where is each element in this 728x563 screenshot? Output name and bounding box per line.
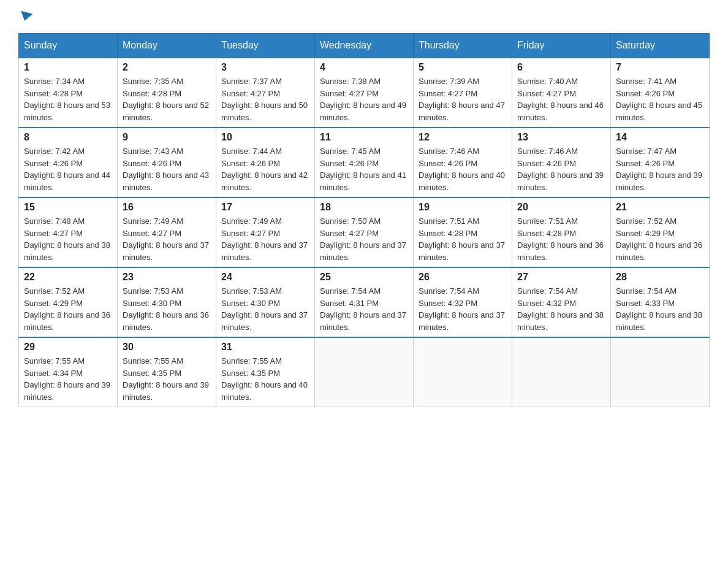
calendar-cell: 9 Sunrise: 7:43 AM Sunset: 4:26 PM Dayli… [118, 128, 216, 197]
col-friday: Friday [512, 34, 611, 58]
week-row-5: 29 Sunrise: 7:55 AM Sunset: 4:34 PM Dayl… [19, 337, 710, 407]
day-info: Sunrise: 7:39 AM Sunset: 4:27 PM Dayligh… [419, 75, 507, 123]
col-sunday: Sunday [19, 34, 118, 58]
calendar-cell: 4 Sunrise: 7:38 AM Sunset: 4:27 PM Dayli… [315, 58, 414, 128]
calendar-cell: 16 Sunrise: 7:49 AM Sunset: 4:27 PM Dayl… [118, 197, 216, 267]
day-info: Sunrise: 7:48 AM Sunset: 4:27 PM Dayligh… [24, 215, 112, 263]
day-info: Sunrise: 7:55 AM Sunset: 4:34 PM Dayligh… [24, 355, 112, 403]
day-info: Sunrise: 7:35 AM Sunset: 4:28 PM Dayligh… [123, 75, 211, 123]
day-info: Sunrise: 7:38 AM Sunset: 4:27 PM Dayligh… [320, 75, 408, 123]
calendar-cell: 11 Sunrise: 7:45 AM Sunset: 4:26 PM Dayl… [315, 128, 414, 197]
col-wednesday: Wednesday [315, 34, 414, 58]
day-number: 17 [221, 202, 309, 213]
calendar-cell: 29 Sunrise: 7:55 AM Sunset: 4:34 PM Dayl… [19, 337, 118, 407]
day-number: 30 [123, 342, 211, 353]
logo-triangle-icon [19, 11, 33, 23]
calendar-cell: 15 Sunrise: 7:48 AM Sunset: 4:27 PM Dayl… [19, 197, 118, 267]
col-monday: Monday [118, 34, 216, 58]
calendar-cell: 21 Sunrise: 7:52 AM Sunset: 4:29 PM Dayl… [611, 197, 710, 267]
day-info: Sunrise: 7:51 AM Sunset: 4:28 PM Dayligh… [419, 215, 507, 263]
day-info: Sunrise: 7:53 AM Sunset: 4:30 PM Dayligh… [123, 285, 211, 333]
calendar-cell: 3 Sunrise: 7:37 AM Sunset: 4:27 PM Dayli… [216, 58, 315, 128]
calendar-cell: 23 Sunrise: 7:53 AM Sunset: 4:30 PM Dayl… [118, 267, 216, 337]
calendar-cell [512, 337, 611, 407]
day-info: Sunrise: 7:54 AM Sunset: 4:32 PM Dayligh… [517, 285, 605, 333]
page-header [18, 12, 710, 21]
day-number: 19 [419, 202, 507, 213]
day-info: Sunrise: 7:53 AM Sunset: 4:30 PM Dayligh… [221, 285, 309, 333]
day-info: Sunrise: 7:52 AM Sunset: 4:29 PM Dayligh… [616, 215, 704, 263]
calendar-cell: 31 Sunrise: 7:55 AM Sunset: 4:35 PM Dayl… [216, 337, 315, 407]
calendar-cell: 18 Sunrise: 7:50 AM Sunset: 4:27 PM Dayl… [315, 197, 414, 267]
day-number: 1 [24, 62, 112, 73]
day-number: 26 [419, 272, 507, 283]
calendar-cell [611, 337, 710, 407]
day-number: 16 [123, 202, 211, 213]
day-info: Sunrise: 7:46 AM Sunset: 4:26 PM Dayligh… [419, 145, 507, 193]
week-row-3: 15 Sunrise: 7:48 AM Sunset: 4:27 PM Dayl… [19, 197, 710, 267]
week-row-4: 22 Sunrise: 7:52 AM Sunset: 4:29 PM Dayl… [19, 267, 710, 337]
day-number: 5 [419, 62, 507, 73]
col-tuesday: Tuesday [216, 34, 315, 58]
day-number: 20 [517, 202, 605, 213]
day-info: Sunrise: 7:55 AM Sunset: 4:35 PM Dayligh… [221, 355, 309, 403]
calendar-cell: 28 Sunrise: 7:54 AM Sunset: 4:33 PM Dayl… [611, 267, 710, 337]
day-info: Sunrise: 7:54 AM Sunset: 4:32 PM Dayligh… [419, 285, 507, 333]
calendar-cell [315, 337, 414, 407]
day-number: 12 [419, 132, 507, 143]
col-thursday: Thursday [414, 34, 512, 58]
day-number: 6 [517, 62, 605, 73]
week-row-2: 8 Sunrise: 7:42 AM Sunset: 4:26 PM Dayli… [19, 128, 710, 197]
calendar-header-row: Sunday Monday Tuesday Wednesday Thursday… [19, 34, 710, 58]
day-number: 4 [320, 62, 408, 73]
calendar-cell: 5 Sunrise: 7:39 AM Sunset: 4:27 PM Dayli… [414, 58, 512, 128]
day-info: Sunrise: 7:52 AM Sunset: 4:29 PM Dayligh… [24, 285, 112, 333]
day-info: Sunrise: 7:54 AM Sunset: 4:31 PM Dayligh… [320, 285, 408, 333]
day-number: 25 [320, 272, 408, 283]
calendar-cell [414, 337, 512, 407]
calendar-cell: 14 Sunrise: 7:47 AM Sunset: 4:26 PM Dayl… [611, 128, 710, 197]
day-number: 3 [221, 62, 309, 73]
day-number: 28 [616, 272, 704, 283]
calendar-cell: 30 Sunrise: 7:55 AM Sunset: 4:35 PM Dayl… [118, 337, 216, 407]
day-number: 9 [123, 132, 211, 143]
col-saturday: Saturday [611, 34, 710, 58]
calendar-cell: 25 Sunrise: 7:54 AM Sunset: 4:31 PM Dayl… [315, 267, 414, 337]
calendar-cell: 17 Sunrise: 7:49 AM Sunset: 4:27 PM Dayl… [216, 197, 315, 267]
day-number: 13 [517, 132, 605, 143]
day-info: Sunrise: 7:37 AM Sunset: 4:27 PM Dayligh… [221, 75, 309, 123]
day-info: Sunrise: 7:45 AM Sunset: 4:26 PM Dayligh… [320, 145, 408, 193]
day-number: 2 [123, 62, 211, 73]
day-number: 10 [221, 132, 309, 143]
day-number: 29 [24, 342, 112, 353]
calendar-cell: 27 Sunrise: 7:54 AM Sunset: 4:32 PM Dayl… [512, 267, 611, 337]
day-number: 31 [221, 342, 309, 353]
day-info: Sunrise: 7:55 AM Sunset: 4:35 PM Dayligh… [123, 355, 211, 403]
day-info: Sunrise: 7:49 AM Sunset: 4:27 PM Dayligh… [221, 215, 309, 263]
calendar-cell: 8 Sunrise: 7:42 AM Sunset: 4:26 PM Dayli… [19, 128, 118, 197]
day-number: 27 [517, 272, 605, 283]
day-number: 22 [24, 272, 112, 283]
calendar-cell: 19 Sunrise: 7:51 AM Sunset: 4:28 PM Dayl… [414, 197, 512, 267]
calendar-cell: 12 Sunrise: 7:46 AM Sunset: 4:26 PM Dayl… [414, 128, 512, 197]
day-info: Sunrise: 7:44 AM Sunset: 4:26 PM Dayligh… [221, 145, 309, 193]
calendar-table: Sunday Monday Tuesday Wednesday Thursday… [18, 33, 710, 407]
calendar-cell: 13 Sunrise: 7:46 AM Sunset: 4:26 PM Dayl… [512, 128, 611, 197]
calendar-cell: 22 Sunrise: 7:52 AM Sunset: 4:29 PM Dayl… [19, 267, 118, 337]
day-number: 24 [221, 272, 309, 283]
calendar-cell: 10 Sunrise: 7:44 AM Sunset: 4:26 PM Dayl… [216, 128, 315, 197]
calendar-cell: 20 Sunrise: 7:51 AM Sunset: 4:28 PM Dayl… [512, 197, 611, 267]
day-info: Sunrise: 7:46 AM Sunset: 4:26 PM Dayligh… [517, 145, 605, 193]
day-info: Sunrise: 7:50 AM Sunset: 4:27 PM Dayligh… [320, 215, 408, 263]
day-number: 15 [24, 202, 112, 213]
logo [18, 12, 33, 21]
day-info: Sunrise: 7:43 AM Sunset: 4:26 PM Dayligh… [123, 145, 211, 193]
day-info: Sunrise: 7:49 AM Sunset: 4:27 PM Dayligh… [123, 215, 211, 263]
day-info: Sunrise: 7:47 AM Sunset: 4:26 PM Dayligh… [616, 145, 704, 193]
calendar-cell: 24 Sunrise: 7:53 AM Sunset: 4:30 PM Dayl… [216, 267, 315, 337]
day-number: 8 [24, 132, 112, 143]
calendar-cell: 26 Sunrise: 7:54 AM Sunset: 4:32 PM Dayl… [414, 267, 512, 337]
day-info: Sunrise: 7:40 AM Sunset: 4:27 PM Dayligh… [517, 75, 605, 123]
calendar-cell: 2 Sunrise: 7:35 AM Sunset: 4:28 PM Dayli… [118, 58, 216, 128]
day-info: Sunrise: 7:34 AM Sunset: 4:28 PM Dayligh… [24, 75, 112, 123]
